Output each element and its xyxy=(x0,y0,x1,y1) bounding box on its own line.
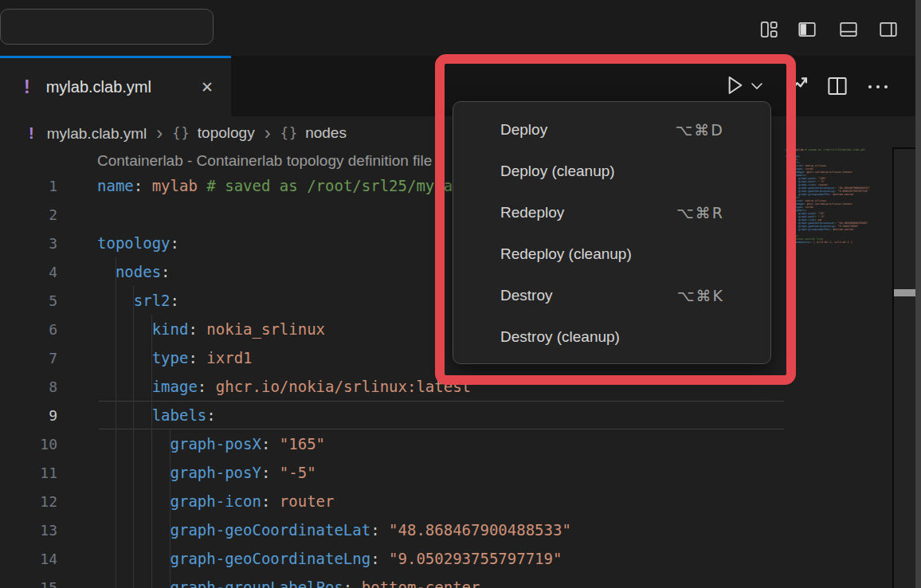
code-line-9[interactable]: 9 labels: xyxy=(0,401,785,429)
symbol-object-icon: {} xyxy=(280,125,298,141)
minimap[interactable]: name: mylab # saved as /root/srl25/mylab… xyxy=(786,148,891,244)
scrollbar-thumb[interactable] xyxy=(894,289,915,296)
tab-mylab-clab-yml[interactable]: ! mylab.clab.yml ✕ xyxy=(0,56,231,116)
line-number: 8 xyxy=(0,378,69,395)
menu-item-redeploy-cleanup[interactable]: Redeploy (cleanup) xyxy=(453,233,770,275)
line-number: 13 xyxy=(0,522,69,539)
code-line-14[interactable]: 14 graph-geoCoordinateLng: "9.0502937557… xyxy=(0,544,785,573)
code-text: graph-posX: "165" xyxy=(69,435,325,453)
more-actions-icon[interactable] xyxy=(864,78,892,96)
symbol-object-icon: {} xyxy=(172,125,190,141)
menu-item-label: Redeploy xyxy=(500,204,564,221)
menu-item-label: Destroy (cleanup) xyxy=(500,328,620,346)
menu-item-deploy[interactable]: Deploy⌥⌘D xyxy=(453,109,770,151)
breadcrumb-label: topology xyxy=(198,124,255,141)
code-text: graph-groupLabelPos: bottom-center xyxy=(69,578,480,588)
deploy-dropdown-menu: Deploy⌥⌘DDeploy (cleanup)Redeploy⌥⌘RRede… xyxy=(453,101,771,364)
warning-badge: ! xyxy=(29,124,34,142)
warning-badge: ! xyxy=(24,76,30,98)
menu-item-redeploy[interactable]: Redeploy⌥⌘R xyxy=(453,192,770,233)
code-text: nodes: xyxy=(69,263,170,280)
code-text: kind: nokia_srlinux xyxy=(69,320,325,338)
code-text: graph-geoCoordinateLat: "48.868467900488… xyxy=(69,521,571,539)
line-number: 9 xyxy=(0,407,69,424)
breadcrumb-item-topology[interactable]: {}topology xyxy=(172,124,254,142)
code-text: labels: xyxy=(69,406,216,424)
graph-icon[interactable] xyxy=(784,72,813,99)
menu-item-shortcut: ⌥⌘R xyxy=(676,204,724,221)
code-line-10[interactable]: 10 graph-posX: "165" xyxy=(0,429,785,458)
line-number: 11 xyxy=(0,465,69,481)
play-icon xyxy=(730,77,742,93)
menu-item-shortcut: ⌥⌘D xyxy=(675,121,724,139)
menu-item-destroy[interactable]: Destroy⌥⌘K xyxy=(453,275,770,316)
line-number: 15 xyxy=(0,579,69,588)
menu-item-destroy-cleanup[interactable]: Destroy (cleanup) xyxy=(453,316,770,358)
code-text: image: ghcr.io/nokia/srlinux:latest xyxy=(69,378,471,395)
run-button[interactable] xyxy=(721,73,747,98)
breadcrumb-separator-icon: › xyxy=(156,123,163,143)
line-number: 14 xyxy=(0,551,69,567)
title-bar xyxy=(0,0,921,56)
code-line-15[interactable]: 15 graph-groupLabelPos: bottom-center xyxy=(0,573,785,588)
toggle-primary-sidebar-icon[interactable] xyxy=(797,19,817,40)
code-text: topology: xyxy=(69,234,179,252)
toggle-panel-icon[interactable] xyxy=(838,19,859,40)
command-center-search[interactable] xyxy=(0,9,214,45)
code-text: graph-posY: "-5" xyxy=(69,464,316,481)
code-text: srl2: xyxy=(69,292,179,309)
breadcrumb-separator-icon: › xyxy=(265,123,271,143)
run-dropdown-chevron-icon[interactable] xyxy=(749,80,765,92)
schema-hint-text: Containerlab - Containerlab topology def… xyxy=(97,152,445,170)
breadcrumb-label: mylab.clab.yml xyxy=(47,125,147,142)
menu-item-label: Deploy xyxy=(500,121,547,139)
code-line-13[interactable]: 13 graph-geoCoordinateLat: "48.868467900… xyxy=(0,515,785,544)
code-text: graph-icon: router xyxy=(69,492,334,510)
menu-item-label: Redeploy (cleanup) xyxy=(500,245,632,263)
breadcrumb: !mylab.clab.yml›{}topology›{}nodes xyxy=(29,120,347,147)
line-number: 3 xyxy=(0,235,69,252)
window-edge xyxy=(915,0,921,588)
menu-item-label: Destroy xyxy=(500,287,552,304)
scrollbar-track xyxy=(892,147,915,588)
close-icon[interactable]: ✕ xyxy=(198,76,217,98)
line-number: 10 xyxy=(0,436,69,453)
code-line-8[interactable]: 8 image: ghcr.io/nokia/srlinux:latest xyxy=(0,372,785,401)
line-number: 5 xyxy=(0,292,69,309)
split-editor-icon[interactable] xyxy=(825,74,849,98)
vscode-window: ! mylab.clab.yml ✕ !mylab.c xyxy=(0,0,921,588)
tab-label: mylab.clab.yml xyxy=(46,78,198,96)
toggle-secondary-sidebar-icon[interactable] xyxy=(878,19,899,40)
line-number: 7 xyxy=(0,350,69,367)
line-number: 1 xyxy=(0,178,69,194)
minimap-line: - endpoints: [ srl2:e1-1, srl1:e1-1 ] xyxy=(786,241,891,244)
line-number: 4 xyxy=(0,264,69,280)
line-number: 2 xyxy=(0,206,69,223)
breadcrumb-item-mylab-clab-yml[interactable]: !mylab.clab.yml xyxy=(29,124,147,143)
line-number: 6 xyxy=(0,321,69,338)
code-line-11[interactable]: 11 graph-posY: "-5" xyxy=(0,458,785,487)
code-text: graph-geoCoordinateLng: "9.0502937557977… xyxy=(69,550,562,567)
customize-layout-icon[interactable] xyxy=(758,19,779,40)
line-number: 12 xyxy=(0,493,69,510)
menu-item-label: Deploy (cleanup) xyxy=(500,163,615,180)
code-text: type: ixrd1 xyxy=(69,349,253,367)
breadcrumb-item-nodes[interactable]: {}nodes xyxy=(280,124,347,142)
code-line-12[interactable]: 12 graph-icon: router xyxy=(0,487,785,515)
menu-item-deploy-cleanup[interactable]: Deploy (cleanup) xyxy=(453,151,770,192)
menu-item-shortcut: ⌥⌘K xyxy=(677,287,724,304)
breadcrumb-label: nodes xyxy=(305,124,347,141)
